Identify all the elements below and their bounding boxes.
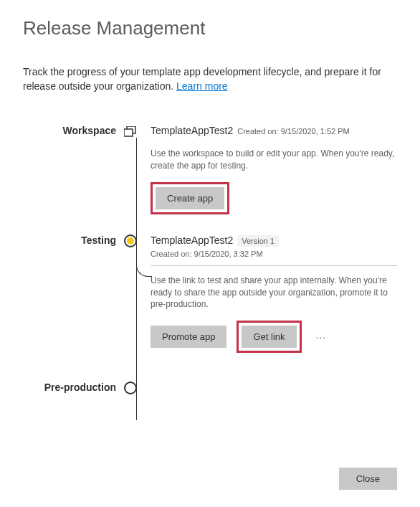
stage-preproduction-label: Pre-production: [23, 382, 123, 394]
stage-testing: Testing TemplateAppTest2 Version 1 Creat…: [23, 234, 397, 353]
panel-footer: Close: [23, 456, 397, 490]
stage-workspace-label: Workspace: [23, 125, 123, 214]
stage-preproduction: Pre-production: [23, 382, 397, 394]
testing-created-date: Created on: 9/15/2020, 3:32 PM: [151, 250, 397, 258]
stage-testing-label: Testing: [23, 234, 123, 353]
testing-app-name: TemplateAppTest2: [151, 234, 233, 246]
workspace-icon: [124, 126, 137, 214]
stage-workspace: Workspace TemplateAppTest2 Created on: 9…: [23, 125, 397, 214]
create-app-button[interactable]: Create app: [156, 187, 224, 209]
create-app-highlight: Create app: [151, 182, 229, 214]
stage-testing-content: TemplateAppTest2 Version 1 Created on: 9…: [138, 234, 397, 353]
workspace-help-text: Use the workspace to build or edit your …: [151, 148, 397, 172]
release-timeline: Workspace TemplateAppTest2 Created on: 9…: [23, 125, 397, 456]
close-button[interactable]: Close: [339, 468, 397, 490]
get-link-highlight: Get link: [237, 321, 301, 353]
testing-status-dot: [127, 237, 134, 245]
testing-version-badge: Version 1: [237, 235, 279, 247]
testing-status-icon: [124, 234, 137, 247]
page-description: Track the progress of your template app …: [23, 65, 397, 93]
preproduction-status-icon: [124, 382, 137, 394]
stage-preproduction-content: [138, 382, 397, 394]
testing-divider: [151, 265, 397, 266]
stage-preproduction-node: [123, 382, 138, 394]
workspace-created-date: Created on: 9/15/2020, 1:52 PM: [237, 127, 350, 136]
learn-more-link[interactable]: Learn more: [176, 80, 228, 92]
release-management-panel: Release Management Track the progress of…: [0, 0, 420, 507]
more-options-button[interactable]: ···: [312, 328, 331, 346]
stage-testing-node: [123, 234, 138, 353]
workspace-app-name: TemplateAppTest2: [151, 125, 233, 136]
svg-rect-1: [124, 129, 133, 136]
page-title: Release Management: [23, 17, 397, 39]
stage-workspace-content: TemplateAppTest2 Created on: 9/15/2020, …: [138, 125, 397, 214]
promote-app-button[interactable]: Promote app: [151, 326, 226, 348]
testing-help-text: Use the link to test and share your app …: [151, 275, 397, 311]
stage-workspace-node: [123, 125, 138, 214]
get-link-button[interactable]: Get link: [242, 326, 296, 348]
